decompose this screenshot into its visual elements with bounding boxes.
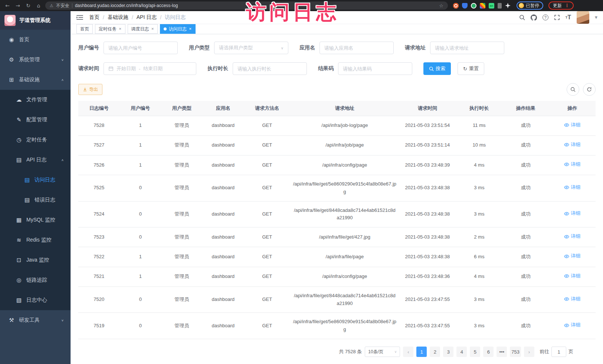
close-icon[interactable]: ✕ (189, 27, 192, 31)
close-icon[interactable]: ✕ (119, 27, 122, 31)
request-time-range-picker[interactable]: 开始日期 - 结束日期 (104, 62, 196, 75)
detail-link[interactable]: 详细 (564, 184, 580, 191)
sidebar-item-trace[interactable]: ◎ 链路追踪 (0, 270, 71, 290)
reload-icon[interactable]: ↻ (24, 3, 32, 9)
hide-search-button[interactable] (567, 83, 579, 96)
search-icon[interactable] (519, 14, 525, 20)
paused-extension-badge[interactable]: 已暂停 (517, 1, 543, 10)
detail-link[interactable]: 详细 (564, 210, 580, 217)
sidebar-item-infrastructure[interactable]: ⊞ 基础设施 ∧ (0, 70, 71, 90)
reset-button[interactable]: ↻ 重置 (458, 62, 484, 75)
tag-home[interactable]: 首页 (76, 24, 93, 34)
search-icon (429, 66, 434, 71)
user-id-input[interactable] (104, 42, 178, 54)
tag-access-log[interactable]: 访问日志 ✕ (160, 24, 196, 34)
page-button[interactable]: 753 (510, 347, 521, 357)
detail-link[interactable]: 详细 (564, 252, 580, 260)
page-button[interactable]: 3 (443, 347, 453, 357)
back-icon[interactable]: ← (4, 3, 11, 9)
search-button[interactable]: 搜索 (423, 62, 451, 75)
browser-update-button[interactable]: 更新 ⋮ (548, 1, 574, 10)
detail-link[interactable]: 详细 (564, 272, 580, 280)
cell-request-url: /api/infra/config/page (291, 155, 399, 175)
next-page-button[interactable]: › (524, 347, 534, 357)
sidebar-item-devtools[interactable]: ⚒ 研发工具 ∨ (0, 310, 71, 330)
log-center-icon: ▧ (15, 297, 23, 304)
export-button[interactable]: 导出 (78, 84, 102, 95)
browser-menu-icon[interactable]: ⋮ (565, 3, 569, 8)
download-icon (83, 87, 87, 92)
sidebar-item-java-monitor[interactable]: ⊡ Java 监控 (0, 250, 71, 270)
breadcrumb-infrastructure[interactable]: 基础设施 (108, 14, 128, 21)
app-name-input[interactable] (319, 42, 394, 54)
cell-request-time: 2021-05-03 23:47:55 (399, 313, 456, 339)
sidebar-item-scheduled-tasks[interactable]: ◷ 定时任务 (0, 130, 71, 150)
ext-donut-icon[interactable] (453, 3, 459, 9)
prev-page-button[interactable]: ‹ (403, 347, 413, 357)
result-code-input[interactable] (338, 62, 412, 75)
detail-link[interactable]: 详细 (564, 233, 580, 240)
detail-link[interactable]: 详细 (564, 321, 580, 329)
ext-an-icon[interactable]: an (489, 3, 494, 9)
detail-link[interactable]: 详细 (564, 141, 580, 149)
sidebar-item-redis-monitor[interactable]: ≋ Redis 监控 (0, 230, 71, 250)
user-avatar[interactable] (577, 11, 589, 24)
cell-user-type: 管理员 (161, 313, 203, 339)
sidebar-toggle-icon[interactable] (76, 15, 83, 20)
ext-puzzle-icon[interactable] (480, 3, 485, 9)
fullscreen-icon[interactable] (554, 14, 560, 20)
cell-request-url: /api/infra/file/get/427.jpg (291, 227, 399, 247)
font-size-icon[interactable]: TT (566, 14, 571, 21)
start-date-placeholder[interactable]: 开始日期 (117, 65, 136, 72)
sidebar-item-api-logs[interactable]: ▤ API 日志 ∧ (0, 150, 71, 170)
address-bar[interactable]: ⚠ 不安全 dashboard.yudao.iocoder.cn/infra/l… (45, 1, 448, 10)
logo[interactable]: 芋道管理系统 (0, 11, 71, 30)
page-button[interactable]: 2 (430, 347, 440, 357)
refresh-table-button[interactable] (583, 83, 596, 96)
breadcrumb-home[interactable]: 首页 (89, 14, 99, 21)
github-icon[interactable] (531, 14, 537, 21)
forward-icon[interactable]: → (14, 3, 22, 9)
sidebar-item-mysql-monitor[interactable]: ▦ MySQL 监控 (0, 210, 71, 230)
bookmark-star-icon[interactable]: ☆ (439, 3, 443, 9)
end-date-placeholder[interactable]: 结束日期 (143, 65, 163, 72)
ext-phone-icon[interactable] (498, 3, 502, 9)
breadcrumb-api-logs[interactable]: API 日志 (137, 14, 157, 21)
sidebar-item-log-center[interactable]: ▧ 日志中心 (0, 290, 71, 310)
cell-log-id: 7519 (78, 313, 120, 339)
sidebar-item-home[interactable]: ◉ 首页 (0, 30, 71, 50)
page-button[interactable]: 1 (416, 347, 427, 357)
request-url-input[interactable] (430, 42, 504, 54)
cell-duration: 3 ms (456, 175, 502, 201)
user-id-label: 用户编号 (78, 45, 99, 51)
avatar-caret-icon[interactable]: ▼ (595, 16, 597, 19)
sidebar-item-file-management[interactable]: ☁ 文件管理 (0, 90, 71, 110)
sidebar-item-config-management[interactable]: ✎ 配置管理 (0, 110, 71, 130)
cell-app-name: dashboard (203, 175, 244, 201)
ext-shield-icon[interactable] (462, 3, 468, 9)
detail-link[interactable]: 详细 (564, 121, 580, 129)
detail-link[interactable]: 详细 (564, 161, 580, 168)
duration-input[interactable] (233, 62, 307, 75)
help-icon[interactable]: ? (543, 14, 548, 20)
tag-schedule-log[interactable]: 调度日志 ✕ (128, 24, 158, 34)
ext-green-circle-icon[interactable] (471, 3, 476, 9)
user-type-select[interactable]: 请选择用户类型 ∨ (214, 42, 288, 54)
page-button[interactable]: 4 (456, 347, 467, 357)
emoji-face-icon (519, 3, 524, 8)
home-icon[interactable]: ⌂ (35, 3, 42, 9)
page-size-select[interactable]: 10条/页 ∨ (365, 347, 400, 357)
page-button[interactable]: 5 (470, 347, 480, 357)
sidebar-item-access-log[interactable]: ▤ 访问日志 (0, 170, 71, 190)
sidebar-item-system[interactable]: ⚙ 系统管理 ∨ (0, 50, 71, 70)
page-jump-input[interactable] (551, 347, 566, 357)
tag-scheduled-tasks[interactable]: 定时任务 ✕ (95, 24, 125, 34)
sidebar-item-error-log[interactable]: ▤ 错误日志 (0, 190, 71, 210)
close-icon[interactable]: ✕ (151, 27, 154, 31)
detail-link[interactable]: 详细 (564, 295, 580, 303)
cell-duration: 3 ms (456, 201, 502, 227)
page-button[interactable]: 6 (483, 347, 494, 357)
url-text[interactable]: dashboard.yudao.iocoder.cn/infra/log/api… (75, 3, 178, 8)
page-button[interactable]: ••• (497, 347, 507, 357)
ext-pinwheel-icon[interactable] (505, 3, 511, 9)
